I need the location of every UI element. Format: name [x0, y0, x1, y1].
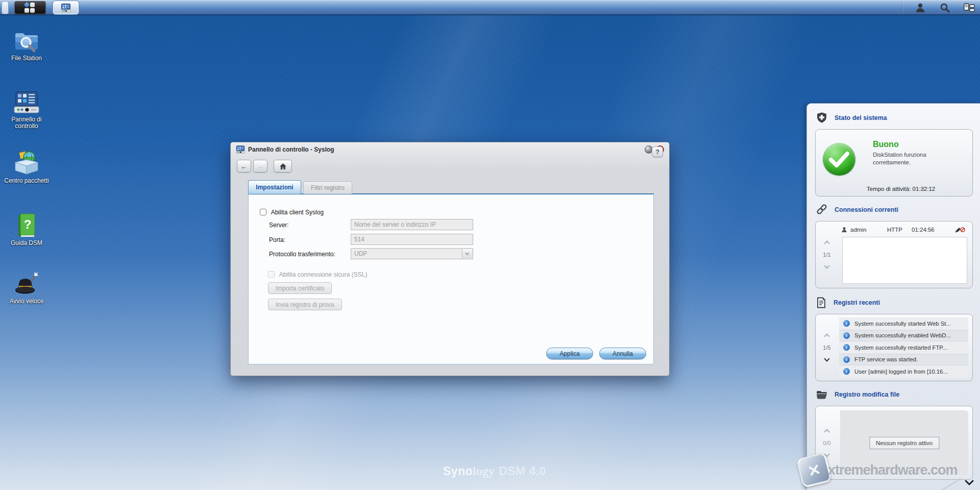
chevron-down-icon — [965, 480, 974, 486]
pane-corner-fold — [941, 478, 961, 490]
select-dropdown-button[interactable] — [462, 249, 472, 258]
desktop-icon-file-station[interactable]: File Station — [4, 26, 49, 62]
connection-user: admin — [850, 227, 887, 233]
log-entry[interactable]: iSystem successfully started Web St... — [839, 317, 968, 330]
protocol-select[interactable]: UDP — [351, 248, 473, 259]
pager-up-icon[interactable] — [824, 240, 829, 246]
control-panel-large-icon — [13, 91, 40, 114]
home-icon — [279, 163, 287, 170]
desktop-icon-label: File Station — [4, 55, 49, 62]
help-button[interactable]: ? — [652, 146, 663, 157]
pager-text: 0/0 — [823, 440, 830, 446]
log-entry[interactable]: iFTP service was started. — [839, 354, 968, 366]
widgets-button[interactable] — [963, 2, 976, 14]
connections-list[interactable] — [842, 237, 967, 284]
port-input[interactable] — [351, 234, 473, 245]
ssl-checkbox[interactable] — [268, 271, 275, 278]
disconnect-button[interactable] — [955, 226, 965, 234]
chevron-down-icon — [465, 252, 470, 255]
dsm-watermark: SynologyDSM 4.0 — [443, 464, 546, 478]
desktop-icon-quick-start[interactable]: Avvio veloce — [4, 268, 49, 305]
window-toolbar: ← → — [231, 158, 669, 176]
pager-down-icon[interactable] — [824, 356, 829, 361]
recent-logs-card: 1/5 iSystem successfully started Web St.… — [815, 314, 973, 381]
svg-text:?: ? — [24, 217, 32, 231]
desktop-icon-control-panel[interactable]: Pannello di controllo — [4, 87, 49, 130]
search-icon — [940, 3, 950, 13]
connection-protocol: HTTP — [887, 227, 912, 233]
window-titlebar[interactable]: Pannello di controllo - Syslog — [231, 142, 669, 157]
log-text: System successfully restarted FTP... — [854, 345, 947, 351]
pager-down-icon[interactable] — [824, 263, 829, 268]
back-icon: ← — [240, 162, 248, 170]
taskbar-separator — [902, 2, 902, 13]
file-station-icon — [13, 29, 40, 53]
forward-button[interactable]: → — [253, 160, 267, 173]
back-button[interactable]: ← — [237, 160, 251, 173]
server-label: Server: — [269, 222, 289, 229]
widgets-icon — [964, 3, 975, 12]
info-icon: i — [843, 368, 850, 375]
enable-syslog-label: Abilita client Syslog — [271, 209, 324, 216]
server-input[interactable] — [351, 219, 473, 230]
widget-title-connections: Connessioni correnti — [835, 206, 898, 213]
uptime-text: Tempo di attività: 01:32:12 — [867, 186, 935, 192]
cancel-button[interactable]: Annulla — [599, 348, 646, 359]
settings-panel: Abilita client Syslog Server: Porta: Pro… — [248, 193, 654, 364]
info-icon: i — [843, 320, 850, 327]
log-entry[interactable]: iSystem successfully enabled WebD... — [839, 330, 968, 342]
disconnect-icon — [955, 226, 965, 233]
brand-text: Syno — [443, 464, 473, 478]
desktop-icon-dsm-help[interactable]: ? Guida DSM — [4, 210, 49, 247]
quick-start-icon — [13, 271, 40, 296]
control-panel-syslog-window: Pannello di controllo - Syslog ✕ ← → ? I… — [230, 142, 670, 376]
file-log-pager: 0/0 — [816, 406, 838, 479]
package-center-icon — [13, 150, 40, 176]
desktop-icon-label: Guida DSM — [4, 240, 49, 247]
info-icon: i — [843, 332, 850, 339]
home-button[interactable] — [274, 160, 292, 173]
log-entry[interactable]: iSystem successfully restarted FTP... — [839, 341, 968, 354]
widget-title-file-change-log: Registro modifica file — [835, 391, 899, 398]
pager-text: 1/1 — [823, 252, 830, 258]
control-panel-icon — [61, 4, 71, 12]
import-certificate-button[interactable]: Importa certificato — [268, 282, 332, 294]
enable-syslog-checkbox[interactable] — [260, 209, 266, 215]
tab-label: Filtri registro — [311, 184, 345, 191]
desktop-icon-label: Pannello di controllo — [4, 116, 49, 130]
pager-text: 1/5 — [823, 345, 830, 351]
search-button[interactable] — [938, 2, 951, 14]
taskbar-item-control-panel[interactable] — [53, 1, 79, 14]
connections-pager: 1/1 — [816, 222, 838, 288]
main-menu-button[interactable] — [14, 1, 46, 14]
protocol-label: Protocollo trasferimento: — [269, 251, 335, 258]
dsm-help-icon: ? — [15, 213, 38, 238]
file-change-log-icon — [816, 389, 827, 400]
user-menu-button[interactable] — [914, 2, 927, 14]
tab-impostazioni[interactable]: Impostazioni — [248, 180, 301, 194]
send-test-log-button[interactable]: Invia registro di prova — [268, 299, 342, 310]
pager-down-icon[interactable] — [824, 451, 829, 457]
status-ok-icon — [823, 143, 855, 176]
user-icon — [915, 3, 925, 13]
connections-icon — [816, 204, 827, 215]
taskbar — [0, 0, 980, 15]
tab-filtri-registro[interactable]: Filtri registro — [303, 181, 352, 194]
pager-up-icon[interactable] — [824, 333, 829, 339]
connection-row[interactable]: admin HTTP 01:24:56 — [841, 225, 968, 235]
log-entry[interactable]: iUser [admin] logged in from [10.16... — [839, 365, 968, 378]
desktop-icon-package-center[interactable]: Centro pacchetti — [4, 148, 49, 184]
logs-pager: 1/5 — [816, 314, 838, 381]
apply-button[interactable]: Applica — [546, 348, 593, 359]
tab-label: Impostazioni — [256, 184, 293, 191]
desktop-background: File Station Pannello di controllo Centr… — [0, 0, 980, 490]
widget-title-system-status: Stato del sistema — [835, 114, 887, 121]
pager-up-icon[interactable] — [824, 429, 829, 434]
brand-text: logy — [473, 465, 495, 478]
log-text: FTP service was started. — [854, 356, 918, 362]
widget-pane-collapse-button[interactable] — [965, 479, 976, 487]
show-desktop-button[interactable] — [2, 1, 9, 14]
log-text: System successfully enabled WebD... — [854, 332, 951, 338]
port-label: Porta: — [269, 236, 285, 243]
desktop-icon-label: Centro pacchetti — [4, 178, 49, 184]
